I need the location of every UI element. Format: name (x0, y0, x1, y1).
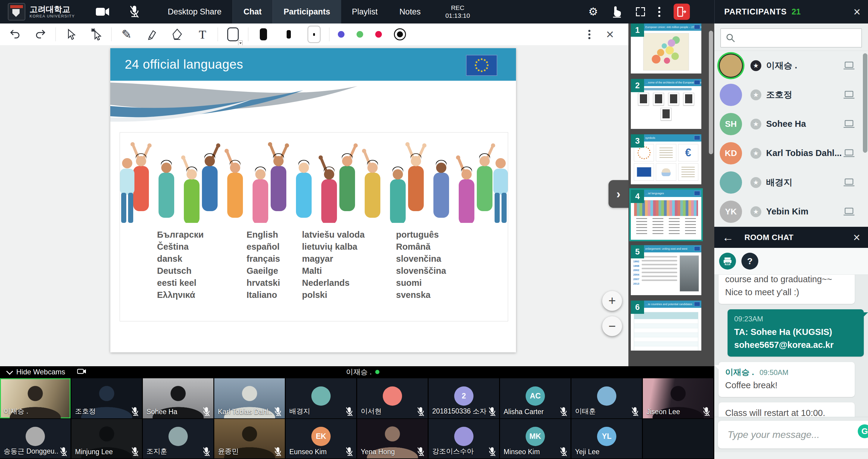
tab-playlist[interactable]: Playlist (341, 0, 389, 24)
slide-thumbnail-1[interactable]: 1European Union: 446 million people – 27… (631, 24, 701, 73)
settings-gear-icon[interactable]: ⚙ (588, 5, 598, 18)
eu-flag-mini (694, 247, 700, 251)
tab-participants[interactable]: Participants (273, 0, 341, 24)
presentation-stage: 24 official languages ★★★★★★★★★★★★ Бълга… (0, 45, 628, 366)
slide-thumbnail-6[interactable]: 6…te countries and potential candidates (631, 301, 701, 351)
pen-color-black-selected[interactable] (394, 28, 406, 40)
close-toolbar-icon[interactable]: × (606, 27, 614, 42)
webcam-tile-eunseo-kim[interactable]: EKEunseo Kim (286, 419, 356, 458)
webcam-name-label: 배경지 (289, 406, 310, 416)
language-label: Ελληνικά (157, 291, 204, 299)
thumbnail-scrollbar[interactable] (709, 31, 713, 154)
webcam-row-1: 이재승 .조호정Sohee HaKarl Tobias Dahl...배경지이서… (0, 378, 714, 418)
webcam-toggle-icon[interactable] (96, 7, 109, 16)
webcam-tile-item[interactable]: 배경지 (286, 378, 356, 418)
zoom-out-button[interactable]: − (602, 316, 622, 336)
slide-thumbnail-4-current[interactable]: 4…ial languages (631, 190, 701, 240)
mic-muted-icon[interactable] (129, 5, 140, 19)
select-cursor-tool[interactable] (64, 27, 78, 41)
grammarly-icon[interactable]: G (858, 424, 868, 438)
participant-row-karl-tobias-dahl[interactable]: KD★Karl Tobias Dahl... (714, 138, 868, 168)
pen-color-5a52d5[interactable] (338, 31, 344, 38)
webcam-tile-item[interactable]: 윤종민 (214, 419, 285, 458)
stroke-thick-swatch[interactable] (257, 27, 270, 41)
webcam-name-label: 이재승 . (4, 406, 28, 416)
chat-message-input[interactable] (727, 429, 855, 440)
webcam-tile-2018150336[interactable]: 22018150336 소자정 (429, 378, 499, 418)
collapse-panel-button[interactable]: › (609, 180, 628, 208)
mic-muted-icon (131, 407, 139, 417)
pen-color-e6134a[interactable] (375, 31, 382, 38)
active-speaker-name: 이재승 . (346, 367, 372, 377)
export-chat-icon[interactable] (719, 253, 736, 269)
pen-color-5ec46a[interactable] (356, 31, 363, 38)
fullscreen-icon[interactable] (636, 7, 645, 16)
shape-tool[interactable] (226, 27, 240, 41)
slide-thumbnail-3[interactable]: 3symbols€ (631, 134, 701, 184)
pencil-tool[interactable]: ✎ (120, 27, 133, 41)
close-participants-icon[interactable]: × (854, 6, 861, 18)
participant-row-yebin-kim[interactable]: YK★Yebin Kim (714, 197, 868, 226)
webcam-name-label: Eunseo Kim (289, 448, 327, 456)
slide-thumbnail-2[interactable]: 2…some of the architects of the European… (631, 79, 701, 129)
avatar: EK (311, 427, 331, 446)
webcam-tile-item[interactable]: 조지훈 (143, 419, 213, 458)
webcam-tile-item[interactable]: 강조이스수아 (429, 419, 499, 458)
hide-webcams-label[interactable]: Hide Webcams (16, 368, 65, 376)
tab-desktop-share[interactable]: Desktop Share (157, 0, 232, 24)
redo-button[interactable] (34, 27, 47, 41)
thumbnail-number: 5 (631, 245, 644, 258)
thumbnail-number: 1 (631, 24, 644, 37)
text-tool[interactable]: T (196, 27, 209, 41)
stroke-thin-swatch[interactable] (282, 27, 296, 41)
toolbar-more-icon[interactable] (588, 33, 590, 36)
more-options-icon[interactable] (658, 11, 660, 13)
leave-meeting-button[interactable] (674, 4, 690, 20)
webcam-name-label: Yena Hong (361, 448, 395, 456)
avatar: KD (720, 142, 742, 164)
chevron-down-icon[interactable] (6, 368, 13, 375)
hide-webcams-bar: Hide Webcams 이재승 . (0, 366, 714, 378)
webcam-name-label: Yeji Lee (575, 448, 599, 456)
slide-thumbnail-5[interactable]: 5enlargement: uniting east and west19891… (631, 245, 701, 295)
close-chat-icon[interactable]: × (853, 231, 860, 243)
stroke-dot-swatch-selected[interactable] (307, 27, 321, 41)
zoom-in-button[interactable]: + (602, 291, 622, 311)
webcam-tile-yeji-lee[interactable]: YLYeji Lee (571, 419, 642, 458)
webcam-name-label: Jiseon Lee (647, 408, 680, 416)
webcam-tile-minseo-kim[interactable]: MKMinseo Kim (500, 419, 570, 458)
webcam-tile-donggeu[interactable]: 송동근 Donggeu... (0, 419, 70, 458)
webcam-name-label: 윤종민 (218, 447, 239, 456)
participant-row-item[interactable]: ★배경지 (714, 168, 868, 197)
participant-name: 배경지 (766, 176, 843, 189)
participants-scrollbar[interactable] (863, 53, 867, 153)
search-input[interactable] (740, 33, 861, 43)
participant-row-item[interactable]: ★이재승 . (714, 51, 868, 80)
mic-muted-icon (203, 407, 210, 417)
webcam-tile-karl-tobias-dahl[interactable]: Karl Tobias Dahl... (214, 378, 285, 418)
help-icon[interactable]: ? (741, 253, 758, 269)
webcam-tile-item[interactable]: 이서현 (357, 378, 428, 418)
participant-row-item[interactable]: ★조호정 (714, 80, 868, 109)
undo-button[interactable] (8, 27, 22, 41)
webcam-tile-sohee-ha[interactable]: Sohee Ha (143, 378, 213, 418)
webcam-tile-jiseon-lee[interactable]: Jiseon Lee (643, 378, 713, 418)
webcam-tile-minjung-lee[interactable]: Minjung Lee (71, 419, 142, 458)
participant-row-sohee-ha[interactable]: SH★Sohee Ha (714, 109, 868, 138)
back-arrow-icon[interactable]: ← (722, 232, 734, 243)
tab-notes[interactable]: Notes (389, 0, 432, 24)
webcam-tile-yena-hong[interactable]: Yena Hong (357, 419, 428, 458)
marker-tool[interactable] (145, 27, 158, 41)
webcam-tile-alisha-carter[interactable]: ACAlisha Carter (500, 378, 570, 418)
raise-hand-icon[interactable] (611, 4, 623, 19)
chat-message-outgoing: 09:23AMTA: Sohee Ha (KUGSIS) sohee5657@k… (727, 309, 864, 357)
tab-chat[interactable]: Chat (232, 0, 273, 24)
laser-pointer-tool[interactable] (90, 27, 103, 41)
avatar: AC (526, 386, 545, 406)
eraser-tool[interactable] (170, 27, 184, 41)
webcam-tile-item[interactable]: 이재승 . (0, 378, 70, 418)
webcam-tile-item[interactable]: 조호정 (71, 378, 142, 418)
message-text: Class will restart at 10:00. (725, 408, 825, 417)
webcam-tile-item[interactable]: 이태훈 (571, 378, 642, 418)
language-label: hrvatski (247, 278, 280, 287)
